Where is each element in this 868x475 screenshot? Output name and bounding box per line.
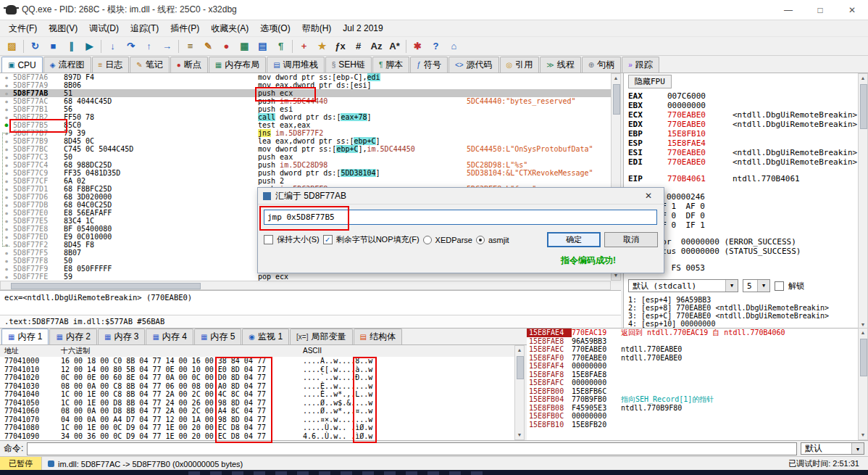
- menu-item[interactable]: 视图(V): [43, 21, 83, 36]
- tab-seh-chain[interactable]: §SEH链: [325, 57, 372, 73]
- chevron-down-icon[interactable]: ▼: [725, 280, 738, 292]
- bullet-dot[interactable]: ●: [0, 249, 13, 257]
- convention-dropdown[interactable]: 默认 (stdcall) ▼: [628, 279, 738, 292]
- register-row[interactable]: ESP15E8FAE4: [628, 139, 858, 148]
- bullet-dot[interactable]: ●: [0, 81, 13, 89]
- stack-argument-row[interactable]: 3: [esp+C] 770EABE0 <ntdll.DbgUiRemoteBr…: [628, 312, 858, 320]
- taskbar-icon[interactable]: [362, 471, 374, 475]
- register-row[interactable]: EAX007C6000: [628, 91, 858, 101]
- menu-item[interactable]: 追踪(T): [125, 21, 164, 36]
- close-button-icon[interactable]: ✕: [836, 0, 868, 20]
- close-icon[interactable]: ✕: [638, 191, 659, 201]
- hexdump-row[interactable]: 7704107004 00 0A 00 A4 D7 04 77 12 00 1A…: [0, 416, 514, 424]
- menu-item[interactable]: 调试(D): [83, 21, 125, 36]
- minimize-button-icon[interactable]: —: [772, 0, 804, 20]
- stack-argument-row[interactable]: 1: [esp+4] 96A59BB3: [628, 296, 858, 304]
- tab-memory-3[interactable]: ▦内存 3: [98, 329, 145, 344]
- hexdump-row[interactable]: 7704109034 00 36 00 0C D9 04 77 1E 00 20…: [0, 432, 514, 441]
- registers-scrollbar[interactable]: ▲ ▼: [858, 73, 868, 330]
- notes-icon[interactable]: ✎: [199, 38, 217, 54]
- tab-call-stack[interactable]: ▤调用堆栈: [267, 57, 324, 73]
- hexdump-row[interactable]: 7704103008 00 0A 00 C8 8B 04 77 06 00 08…: [0, 382, 514, 391]
- menu-item[interactable]: 收藏夹(A): [205, 21, 254, 36]
- bullet-dot[interactable]: ●: [0, 273, 13, 281]
- run-to-user-icon[interactable]: →: [158, 38, 176, 54]
- call-stack-icon[interactable]: ▤: [254, 38, 272, 54]
- scroll-up-icon[interactable]: ▲: [859, 329, 867, 337]
- hexdump-row[interactable]: 7704106008 00 0A 00 D8 8B 04 77 2A 00 2C…: [0, 407, 514, 416]
- disasm-row[interactable]: ●5D8F77C468 988DC25Dpush im.5DC28D985DC2…: [0, 161, 611, 169]
- fill-with-nops-checkbox[interactable]: ✓: [323, 235, 333, 244]
- tab-notes[interactable]: ✎笔记: [130, 57, 169, 73]
- spinner-arrows-icon[interactable]: ▼: [757, 280, 769, 292]
- tab-symbols[interactable]: ƒ符号: [410, 57, 448, 73]
- bullet-dot[interactable]: ●: [0, 105, 13, 113]
- breakpoints-icon[interactable]: ●: [217, 38, 235, 54]
- disasm-row[interactable]: ●5D8F77A98B06mov eax,dword ptr ds:[esi]: [0, 81, 611, 89]
- stack-row[interactable]: 15E8FAE4770EAC19返回到 ntdll.770EAC19 自 ntd…: [527, 329, 858, 337]
- command-input[interactable]: [27, 442, 797, 455]
- disasm-row[interactable]: ●5D8F77B585C0test eax,eax: [0, 121, 611, 129]
- pause-icon[interactable]: ∥: [62, 38, 80, 54]
- taskbar-icon[interactable]: [188, 471, 200, 475]
- tab-memory-4[interactable]: ▦内存 4: [146, 329, 193, 344]
- scroll-down-icon[interactable]: ▼: [859, 431, 867, 439]
- register-row[interactable]: EDX770EABE0<ntdll.DbgUiRemoteBreakin>: [628, 120, 858, 129]
- bullet-dot[interactable]: ●: [0, 89, 13, 97]
- stack-row[interactable]: 15E8FAF0770EABE0ntdll.770EABE0: [527, 354, 858, 363]
- stack-argument-row[interactable]: 4: [esp+10] 00000000: [628, 320, 858, 328]
- tab-graph[interactable]: ◈流程图: [43, 57, 91, 73]
- disasm-row[interactable]: ●5D8F77AC68 4044C45Dpush im.5DC444405DC4…: [0, 97, 611, 105]
- command-profile-dropdown[interactable]: 默认 ▼: [801, 442, 864, 455]
- maximize-button-icon[interactable]: □: [804, 0, 836, 20]
- settings-icon[interactable]: ✱: [409, 38, 427, 54]
- taskbar-icon[interactable]: [449, 471, 461, 475]
- tab-watch-1[interactable]: ◉监视 1: [242, 329, 289, 344]
- help-icon[interactable]: ?: [427, 38, 445, 54]
- step-over-icon[interactable]: ↷: [122, 38, 140, 54]
- memory-map-icon[interactable]: ▦: [235, 38, 254, 54]
- disasm-row[interactable]: ●5D8F77C350push eax: [0, 153, 611, 161]
- tab-threads[interactable]: ≫线程: [540, 57, 580, 73]
- scroll-thumb[interactable]: [613, 84, 620, 115]
- step-out-icon[interactable]: ↑: [140, 38, 158, 54]
- tab-memory-2[interactable]: ▦内存 2: [49, 329, 96, 344]
- disasm-horizontal-scrollbar[interactable]: [0, 281, 611, 290]
- register-row[interactable]: EBX00000000: [628, 101, 858, 110]
- xedparse-radio[interactable]: [423, 236, 432, 244]
- taskbar-icon[interactable]: [427, 471, 439, 475]
- disasm-row[interactable]: ●5D8F77B98D45 0Clea eax,dword ptr ss:[eb…: [0, 137, 611, 145]
- log-icon[interactable]: ≡: [181, 38, 199, 54]
- hash-icon[interactable]: #: [349, 38, 367, 54]
- scroll-thumb[interactable]: [517, 356, 524, 379]
- patch-icon[interactable]: +: [295, 38, 313, 54]
- stack-row[interactable]: 15E8FB08F45905E3ntdll.770B9F80: [527, 404, 858, 413]
- tab-locals[interactable]: [x=]局部变量: [290, 329, 352, 344]
- unlock-checkbox[interactable]: [775, 281, 784, 291]
- tab-memory-1[interactable]: ▦内存 1: [1, 329, 49, 344]
- disasm-row[interactable]: ●5D8F77B2FF50 78call dword ptr ds:[eax+7…: [0, 113, 611, 121]
- bullet-dot[interactable]: ●: [0, 265, 13, 273]
- argument-count-stepper[interactable]: 5 ▼: [743, 279, 770, 292]
- stop-icon[interactable]: ■: [44, 38, 62, 54]
- run-icon[interactable]: ▶: [80, 38, 99, 54]
- menu-item[interactable]: 文件(F): [3, 21, 43, 36]
- hexdump-scrollbar[interactable]: ▲ ▼: [514, 345, 525, 440]
- breakpoint-dot[interactable]: ●: [0, 121, 13, 129]
- asmjit-radio[interactable]: [476, 236, 485, 244]
- bullet-dot[interactable]: ●: [0, 97, 13, 105]
- disasm-row[interactable]: ●5D8F77B779 39jns im.5D8F77F2: [0, 129, 611, 137]
- tab-breakpoints[interactable]: ●断点: [170, 57, 208, 73]
- taskbar-icon[interactable]: [275, 471, 287, 475]
- stack-row[interactable]: 15E8FB0C00000000: [527, 412, 858, 421]
- stack-row[interactable]: 15E8FAEC770EABE0ntdll.770EABE0: [527, 345, 858, 354]
- keep-size-checkbox[interactable]: [264, 235, 273, 244]
- taskbar-icon[interactable]: [406, 471, 417, 475]
- register-row[interactable]: EBP15E8FB10: [628, 129, 858, 139]
- hexdump-row[interactable]: 770410501C 00 1E 00 D8 8B 04 77 24 00 26…: [0, 399, 514, 408]
- menu-item[interactable]: 插件(P): [164, 21, 205, 36]
- taskbar-icon[interactable]: [384, 471, 396, 475]
- scroll-up-icon[interactable]: ▲: [612, 74, 620, 83]
- taskbar-icon[interactable]: [297, 471, 309, 475]
- bullet-dot[interactable]: ●: [0, 257, 13, 265]
